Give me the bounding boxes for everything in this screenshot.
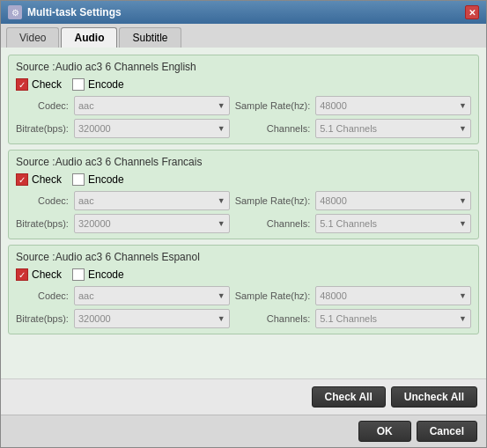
section-2-check-text: Check <box>32 173 62 186</box>
section-1-encode-label[interactable]: Encode <box>72 78 124 91</box>
section-2-encode-label[interactable]: Encode <box>72 173 124 186</box>
section-1-channels-select[interactable]: 5.1 Channels ▼ <box>315 119 471 138</box>
section-1-check-checkbox[interactable]: ✓ <box>16 78 28 91</box>
tab-audio[interactable]: Audio <box>61 27 117 48</box>
titlebar-left: ⚙ Multi-task Settings <box>8 5 122 19</box>
section-2-encode-text: Encode <box>88 173 124 186</box>
section-3-encode-text: Encode <box>88 268 124 281</box>
section-3-channels-arrow: ▼ <box>459 314 467 323</box>
section-3-check-checkbox[interactable]: ✓ <box>16 268 28 281</box>
section-1-codec-arrow: ▼ <box>218 101 225 110</box>
bottom-right-buttons: Check All Uncheck All <box>312 386 478 408</box>
audio-section-2: Source :Audio ac3 6 Channels Francais ✓ … <box>8 150 479 239</box>
section-2-check-checkbox[interactable]: ✓ <box>16 173 28 186</box>
section-1-samplerate-select[interactable]: 48000 ▼ <box>315 96 471 115</box>
content-area: Source :Audio ac3 6 Channels English ✓ C… <box>1 48 486 378</box>
window-icon: ⚙ <box>8 5 22 19</box>
uncheck-all-button[interactable]: Uncheck All <box>391 386 477 408</box>
ok-button[interactable]: OK <box>358 421 411 442</box>
section-1-codec-select[interactable]: aac ▼ <box>74 96 230 115</box>
section-2-bitrate-label: Bitrate(bps): <box>16 218 69 229</box>
section-3-title: Source :Audio ac3 6 Channels Espanol <box>16 251 471 263</box>
section-3-codec-label: Codec: <box>16 290 69 301</box>
section-3-bitrate-label: Bitrate(bps): <box>16 313 69 324</box>
section-2-title: Source :Audio ac3 6 Channels Francais <box>16 156 471 168</box>
section-1-bitrate-select[interactable]: 320000 ▼ <box>74 119 230 138</box>
section-3-bitrate-select[interactable]: 320000 ▼ <box>74 309 230 328</box>
section-1-codec-label: Codec: <box>16 100 69 111</box>
section-3-check-row: ✓ Check Encode <box>16 268 471 281</box>
section-1-title: Source :Audio ac3 6 Channels English <box>16 61 471 73</box>
section-3-channels-label: Channels: <box>235 313 311 324</box>
section-1-bitrate-arrow: ▼ <box>218 124 225 133</box>
tab-bar: Video Audio Subtitle <box>1 24 486 48</box>
section-2-encode-checkbox[interactable] <box>72 173 85 186</box>
section-2-bitrate-arrow: ▼ <box>218 219 225 228</box>
section-1-encode-text: Encode <box>88 78 124 91</box>
section-1-channels-arrow: ▼ <box>459 124 467 133</box>
section-2-check-row: ✓ Check Encode <box>16 173 471 186</box>
section-2-fields: Codec: aac ▼ Sample Rate(hz): 48000 ▼ Bi… <box>16 191 471 233</box>
check-all-button[interactable]: Check All <box>312 386 386 408</box>
section-2-codec-arrow: ▼ <box>218 196 225 205</box>
section-3-encode-label[interactable]: Encode <box>72 268 124 281</box>
section-3-samplerate-select[interactable]: 48000 ▼ <box>315 286 471 305</box>
section-2-codec-select[interactable]: aac ▼ <box>74 191 230 210</box>
section-3-samplerate-arrow: ▼ <box>459 291 467 300</box>
section-1-channels-label: Channels: <box>235 123 311 134</box>
main-window: ⚙ Multi-task Settings ✕ Video Audio Subt… <box>0 0 487 448</box>
close-button[interactable]: ✕ <box>465 5 479 19</box>
section-3-fields: Codec: aac ▼ Sample Rate(hz): 48000 ▼ Bi… <box>16 286 471 328</box>
section-1-check-row: ✓ Check Encode <box>16 78 471 91</box>
section-2-samplerate-select[interactable]: 48000 ▼ <box>315 191 471 210</box>
tab-subtitle[interactable]: Subtitle <box>119 27 181 48</box>
section-2-channels-select[interactable]: 5.1 Channels ▼ <box>315 214 471 233</box>
content-spacer <box>8 340 479 371</box>
section-1-check-label[interactable]: ✓ Check <box>16 78 62 91</box>
section-3-encode-checkbox[interactable] <box>72 268 85 281</box>
audio-section-3: Source :Audio ac3 6 Channels Espanol ✓ C… <box>8 245 479 334</box>
section-2-codec-label: Codec: <box>16 195 69 206</box>
window-title: Multi-task Settings <box>27 6 122 18</box>
section-2-bitrate-select[interactable]: 320000 ▼ <box>74 214 230 233</box>
section-1-fields: Codec: aac ▼ Sample Rate(hz): 48000 ▼ Bi… <box>16 96 471 138</box>
section-3-check-label[interactable]: ✓ Check <box>16 268 62 281</box>
bottom-action-bar: Check All Uncheck All <box>1 378 486 415</box>
section-1-encode-checkbox[interactable] <box>72 78 85 91</box>
section-2-check-label[interactable]: ✓ Check <box>16 173 62 186</box>
section-3-check-text: Check <box>32 268 62 281</box>
section-3-bitrate-arrow: ▼ <box>218 314 225 323</box>
section-3-codec-arrow: ▼ <box>218 291 225 300</box>
section-3-codec-select[interactable]: aac ▼ <box>74 286 230 305</box>
section-3-samplerate-label: Sample Rate(hz): <box>235 290 311 301</box>
tab-video[interactable]: Video <box>6 27 59 48</box>
section-2-samplerate-label: Sample Rate(hz): <box>235 195 311 206</box>
cancel-button[interactable]: Cancel <box>417 421 477 442</box>
ok-cancel-bar: OK Cancel <box>1 415 486 447</box>
section-2-channels-arrow: ▼ <box>459 219 467 228</box>
section-2-samplerate-arrow: ▼ <box>459 196 467 205</box>
titlebar: ⚙ Multi-task Settings ✕ <box>1 1 486 24</box>
section-1-samplerate-label: Sample Rate(hz): <box>235 100 311 111</box>
audio-section-1: Source :Audio ac3 6 Channels English ✓ C… <box>8 55 479 144</box>
section-1-bitrate-label: Bitrate(bps): <box>16 123 69 134</box>
section-2-channels-label: Channels: <box>235 218 311 229</box>
section-1-samplerate-arrow: ▼ <box>459 101 467 110</box>
section-3-channels-select[interactable]: 5.1 Channels ▼ <box>315 309 471 328</box>
section-1-check-text: Check <box>32 78 62 91</box>
